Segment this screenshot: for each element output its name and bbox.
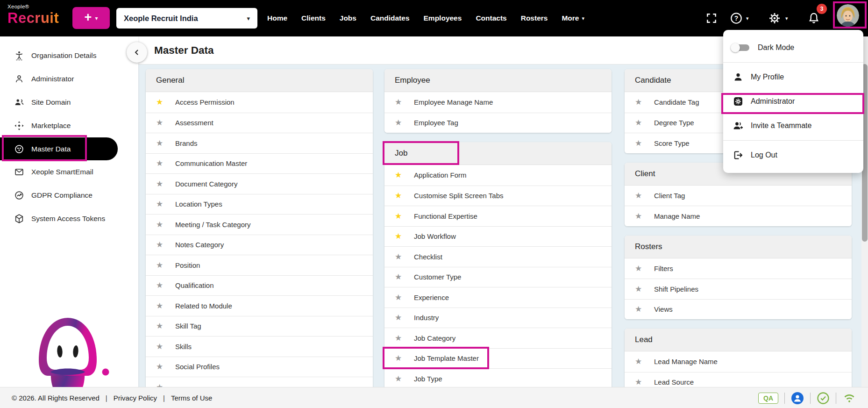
star-icon[interactable]: ★ (635, 119, 643, 127)
master-data-row[interactable]: ★ Meeting / Task Category (146, 214, 373, 235)
master-data-row[interactable]: ★ Shift Pipelines (625, 279, 852, 299)
star-icon[interactable]: ★ (635, 265, 643, 272)
star-icon[interactable]: ★ (635, 212, 643, 220)
sidebar-item-master-data[interactable]: Master Data (0, 137, 118, 160)
card-lead: Lead ★ Lead Manage Name ★ Lead Source (625, 329, 852, 392)
master-data-row[interactable]: ★ Brands (146, 133, 373, 153)
star-icon[interactable]: ★ (395, 119, 403, 127)
avatar[interactable] (837, 4, 859, 27)
nav-more[interactable]: More ▾ (562, 14, 584, 22)
star-icon[interactable]: ★ (395, 273, 403, 281)
master-data-row[interactable]: ★ Functional Expertise (384, 206, 612, 226)
master-data-row[interactable]: ★ Skill Tag (146, 316, 373, 336)
nav-contacts[interactable]: Contacts (476, 14, 506, 22)
star-icon[interactable]: ★ (635, 358, 643, 365)
master-data-row[interactable]: ★ Position (146, 255, 373, 275)
star-icon[interactable]: ★ (156, 139, 164, 147)
nav-home[interactable]: Home (267, 14, 287, 22)
nav-clients[interactable]: Clients (301, 14, 326, 22)
master-data-row[interactable]: ★ Employee Manage Name (384, 92, 612, 113)
dark-mode-toggle-row[interactable]: Dark Mode (723, 36, 863, 60)
nav-jobs[interactable]: Jobs (340, 14, 356, 22)
star-icon[interactable]: ★ (156, 119, 164, 127)
nav-employees[interactable]: Employees (424, 14, 462, 22)
fullscreen-icon[interactable] (705, 0, 718, 36)
tenant-selector[interactable]: Xeople Recruit India ▾ (116, 8, 257, 29)
star-icon[interactable]: ★ (156, 159, 164, 167)
master-data-row[interactable]: ★ Assessment (146, 113, 373, 133)
star-icon[interactable]: ★ (156, 200, 164, 208)
star-icon[interactable]: ★ (395, 192, 403, 200)
sidebar-item-administrator[interactable]: Administrator (0, 67, 138, 91)
master-data-row[interactable]: ★ Communication Master (146, 153, 373, 174)
menu-item-invite-a-teammate[interactable]: Invite a Teammate (723, 114, 863, 138)
star-icon[interactable]: ★ (395, 375, 403, 383)
master-data-row[interactable]: ★ Filters (625, 258, 852, 279)
master-data-row[interactable]: ★ Customise Split Screen Tabs (384, 186, 612, 206)
master-data-row[interactable]: ★ Industry (384, 308, 612, 328)
nav-candidates[interactable]: Candidates (370, 14, 410, 22)
sidebar-item-site-domain[interactable]: Site Domain (0, 91, 138, 114)
master-data-row[interactable]: ★ Related to Module (146, 295, 373, 316)
star-icon[interactable]: ★ (156, 302, 164, 310)
star-icon[interactable]: ★ (635, 285, 643, 293)
master-data-row[interactable]: ★ Employee Tag (384, 113, 612, 133)
dark-mode-toggle[interactable] (733, 44, 749, 51)
star-icon[interactable]: ★ (156, 261, 164, 269)
menu-item-administrator[interactable]: Administrator (723, 89, 863, 114)
star-icon[interactable]: ★ (156, 281, 164, 289)
sidebar-item-xeople-smartemail[interactable]: Xeople SmartEmail (0, 160, 138, 184)
master-data-row[interactable]: ★ Experience (384, 287, 612, 308)
star-icon[interactable]: ★ (635, 378, 643, 386)
star-icon[interactable]: ★ (395, 334, 403, 342)
star-icon[interactable]: ★ (635, 139, 643, 147)
nav-rosters[interactable]: Rosters (521, 14, 548, 22)
master-data-row[interactable]: ★ Skills (146, 336, 373, 357)
collapse-sidebar-button[interactable] (127, 42, 147, 63)
add-button[interactable]: + ▾ (72, 7, 110, 29)
master-data-row[interactable]: ★ Job Type (384, 368, 612, 389)
star-icon[interactable]: ★ (395, 98, 403, 106)
master-data-row[interactable]: ★ Notes Category (146, 235, 373, 255)
privacy-policy-link[interactable]: Privacy Policy (114, 394, 157, 402)
sidebar-item-organisation-details[interactable]: Organisation Details (0, 44, 138, 67)
star-icon[interactable]: ★ (156, 221, 164, 229)
sidebar-item-marketplace[interactable]: Marketplace (0, 114, 138, 137)
master-data-row[interactable]: ★ Checklist (384, 246, 612, 267)
star-icon[interactable]: ★ (156, 343, 164, 351)
master-data-row[interactable]: ★ Client Tag (625, 186, 852, 206)
sidebar-item-system-access-tokens[interactable]: System Access Tokens (0, 207, 138, 230)
star-icon[interactable]: ★ (395, 354, 403, 362)
terms-of-use-link[interactable]: Terms of Use (171, 394, 212, 402)
master-data-row[interactable]: ★ Manage Name (625, 206, 852, 226)
star-icon[interactable]: ★ (156, 241, 164, 249)
master-data-row[interactable]: ★ Access Permission (146, 92, 373, 113)
master-data-row[interactable]: ★ Qualification (146, 275, 373, 296)
master-data-row[interactable]: ★ Job Workflow (384, 226, 612, 247)
star-icon[interactable]: ★ (635, 192, 643, 200)
star-icon[interactable]: ★ (395, 171, 403, 179)
master-data-row[interactable]: ★ Application Form (384, 165, 612, 186)
star-icon[interactable]: ★ (635, 305, 643, 313)
master-data-row[interactable]: ★ Document Category (146, 173, 373, 194)
star-icon[interactable]: ★ (395, 314, 403, 322)
star-icon[interactable]: ★ (635, 98, 643, 106)
master-data-row[interactable]: ★ Social Profiles (146, 357, 373, 377)
star-icon[interactable]: ★ (156, 98, 164, 106)
star-icon[interactable]: ★ (395, 232, 403, 240)
menu-item-my-profile[interactable]: My Profile (723, 65, 863, 89)
master-data-row[interactable]: ★ Location Types (146, 194, 373, 215)
master-data-row[interactable]: ★ Lead Manage Name (625, 351, 852, 372)
star-icon[interactable]: ★ (395, 212, 403, 220)
star-icon[interactable]: ★ (156, 180, 164, 188)
menu-item-log-out[interactable]: Log Out (723, 143, 863, 167)
master-data-row[interactable]: ★ Job Template Master (384, 348, 612, 369)
star-icon[interactable]: ★ (395, 293, 403, 301)
star-icon[interactable]: ★ (156, 322, 164, 330)
master-data-row[interactable]: ★ Customer Type (384, 267, 612, 287)
master-data-row[interactable]: ★ Views (625, 299, 852, 320)
master-data-row[interactable]: ★ Job Category (384, 328, 612, 348)
star-icon[interactable]: ★ (395, 253, 403, 261)
sidebar-item-gdpr-compliance[interactable]: GDPR Compliance (0, 184, 138, 207)
star-icon[interactable]: ★ (156, 363, 164, 371)
